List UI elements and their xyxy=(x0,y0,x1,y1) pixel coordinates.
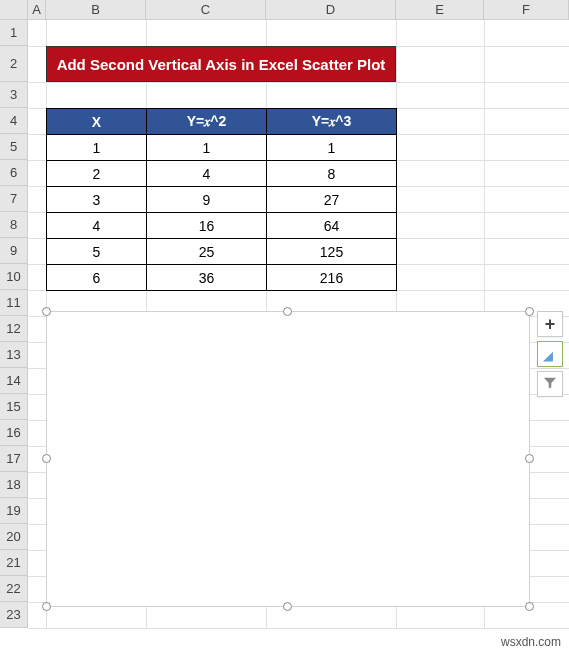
cell-y1[interactable]: 16 xyxy=(147,213,267,239)
cell-y2[interactable]: 216 xyxy=(267,265,397,291)
row-header-1[interactable]: 1 xyxy=(0,20,27,46)
resize-handle-ml[interactable] xyxy=(42,454,51,463)
resize-handle-mr[interactable] xyxy=(525,454,534,463)
plus-icon xyxy=(545,314,556,335)
cell-x[interactable]: 6 xyxy=(47,265,147,291)
row-header-5[interactable]: 5 xyxy=(0,134,27,160)
row-header-21[interactable]: 21 xyxy=(0,550,27,576)
row-header-20[interactable]: 20 xyxy=(0,524,27,550)
column-header-row: A B C D E F xyxy=(0,0,569,20)
header-x[interactable]: X xyxy=(47,109,147,135)
cell-x[interactable]: 3 xyxy=(47,187,147,213)
table-body: 1 1 1 2 4 8 3 9 27 4 xyxy=(47,135,397,291)
cell-y1[interactable]: 1 xyxy=(147,135,267,161)
table-row: 2 4 8 xyxy=(47,161,397,187)
funnel-icon xyxy=(543,376,557,393)
resize-handle-br[interactable] xyxy=(525,602,534,611)
col-header-E[interactable]: E xyxy=(396,0,484,19)
header-y2[interactable]: Y=𝑥^3 xyxy=(267,109,397,135)
row-header-12[interactable]: 12 xyxy=(0,316,27,342)
table-row: 5 25 125 xyxy=(47,239,397,265)
select-all-corner[interactable] xyxy=(0,0,28,19)
table-row: 3 9 27 xyxy=(47,187,397,213)
resize-handle-bm[interactable] xyxy=(283,602,292,611)
row-header-9[interactable]: 9 xyxy=(0,238,27,264)
table-row: 6 36 216 xyxy=(47,265,397,291)
cell-y1[interactable]: 4 xyxy=(147,161,267,187)
table-header-row: X Y=𝑥^2 Y=𝑥^3 xyxy=(47,109,397,135)
col-header-C[interactable]: C xyxy=(146,0,266,19)
resize-handle-tm[interactable] xyxy=(283,307,292,316)
row-header-16[interactable]: 16 xyxy=(0,420,27,446)
table-row: 1 1 1 xyxy=(47,135,397,161)
row-header-8[interactable]: 8 xyxy=(0,212,27,238)
row-header-6[interactable]: 6 xyxy=(0,160,27,186)
cell-x[interactable]: 2 xyxy=(47,161,147,187)
data-table: X Y=𝑥^2 Y=𝑥^3 1 1 1 2 4 8 xyxy=(46,108,397,291)
cell-x[interactable]: 5 xyxy=(47,239,147,265)
resize-handle-tl[interactable] xyxy=(42,307,51,316)
cell-x[interactable]: 4 xyxy=(47,213,147,239)
cell-y1[interactable]: 36 xyxy=(147,265,267,291)
row-header-10[interactable]: 10 xyxy=(0,264,27,290)
row-header-17[interactable]: 17 xyxy=(0,446,27,472)
row-header-4[interactable]: 4 xyxy=(0,108,27,134)
brush-icon xyxy=(543,347,557,361)
chart-object[interactable] xyxy=(46,311,530,607)
col-header-B[interactable]: B xyxy=(46,0,146,19)
row-header-3[interactable]: 3 xyxy=(0,82,27,108)
resize-handle-tr[interactable] xyxy=(525,307,534,316)
header-y1[interactable]: Y=𝑥^2 xyxy=(147,109,267,135)
row-header-15[interactable]: 15 xyxy=(0,394,27,420)
chart-elements-button[interactable] xyxy=(537,311,563,337)
row-header-22[interactable]: 22 xyxy=(0,576,27,602)
row-header-11[interactable]: 11 xyxy=(0,290,27,316)
table-row: 4 16 64 xyxy=(47,213,397,239)
row-header-19[interactable]: 19 xyxy=(0,498,27,524)
row-header-2[interactable]: 2 xyxy=(0,46,27,82)
cell-x[interactable]: 1 xyxy=(47,135,147,161)
cell-y2[interactable]: 125 xyxy=(267,239,397,265)
chart-side-buttons xyxy=(537,311,563,397)
watermark: wsxdn.com xyxy=(501,635,561,649)
row-header-14[interactable]: 14 xyxy=(0,368,27,394)
row-header-col: 1 2 3 4 5 6 7 8 9 10 11 12 13 14 15 16 1… xyxy=(0,20,28,628)
title-banner[interactable]: Add Second Vertical Axis in Excel Scatte… xyxy=(46,46,396,82)
cell-y2[interactable]: 8 xyxy=(267,161,397,187)
cell-y2[interactable]: 27 xyxy=(267,187,397,213)
row-header-18[interactable]: 18 xyxy=(0,472,27,498)
row-header-13[interactable]: 13 xyxy=(0,342,27,368)
chart-filters-button[interactable] xyxy=(537,371,563,397)
resize-handle-bl[interactable] xyxy=(42,602,51,611)
cell-y1[interactable]: 25 xyxy=(147,239,267,265)
col-header-F[interactable]: F xyxy=(484,0,569,19)
cell-y2[interactable]: 64 xyxy=(267,213,397,239)
col-header-D[interactable]: D xyxy=(266,0,396,19)
col-header-A[interactable]: A xyxy=(28,0,46,19)
spreadsheet: A B C D E F 1 2 3 4 5 6 7 8 9 10 11 12 1… xyxy=(0,0,569,653)
row-header-7[interactable]: 7 xyxy=(0,186,27,212)
cell-y1[interactable]: 9 xyxy=(147,187,267,213)
row-header-23[interactable]: 23 xyxy=(0,602,27,628)
chart-styles-button[interactable] xyxy=(537,341,563,367)
cell-y2[interactable]: 1 xyxy=(267,135,397,161)
